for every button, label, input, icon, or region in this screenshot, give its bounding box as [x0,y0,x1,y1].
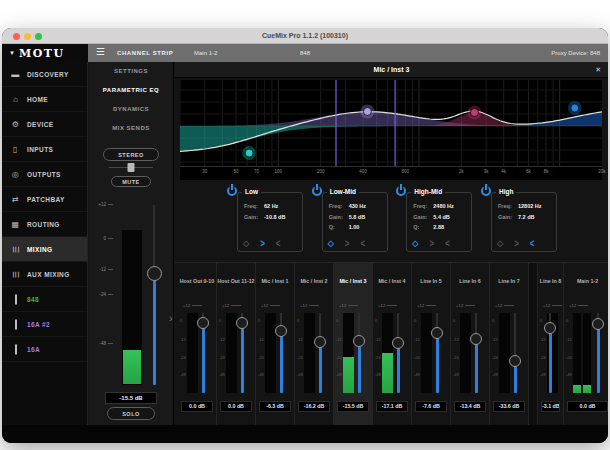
close-icon[interactable]: ✕ [595,62,601,78]
channel-mic-inst-4[interactable]: Mic / Inst 4+120-12-24-48-17.1 dB [373,263,412,425]
channel-db-value[interactable]: -13.4 dB [454,401,486,412]
fader-knob[interactable] [236,317,248,329]
channel-line-in-7[interactable]: Line In 7+120-12-24-48-33.6 dB [490,263,529,425]
eq-graph[interactable]: 3050701002004008002k3k4k6k8k20k [180,80,602,180]
channel-fader[interactable] [275,313,288,393]
channel-line-in-6[interactable]: Line In 6+120-12-24-48-13.4 dB [451,263,490,425]
channel-db-value[interactable]: 0.0 dB [567,401,608,412]
sidebar-item-routing[interactable]: ▦ROUTING [2,212,87,237]
fader-knob[interactable] [431,327,443,339]
channel-fader[interactable] [431,313,444,393]
channel-fader[interactable] [197,313,210,393]
shelf-left-icon[interactable]: < [276,239,281,249]
channel-fader[interactable] [353,313,366,393]
channel-fader[interactable] [392,313,405,393]
tab-mix-sends[interactable]: MIX SENDS [89,119,173,138]
channel-name: Line In 6 [451,278,489,284]
band-power-icon[interactable] [481,186,491,196]
channel-db-value[interactable]: 0.0 dB [181,401,213,412]
channel-db-value[interactable]: -7.6 dB [415,401,447,412]
mute-button[interactable]: MUTE [111,176,151,187]
fader-knob[interactable] [392,337,404,349]
band-power-icon[interactable] [312,186,322,196]
sidebar-device-848[interactable]: 848 [2,287,87,312]
fader-knob[interactable] [275,325,287,337]
shelf-right-icon[interactable]: > [514,239,519,249]
channel-fader[interactable] [236,313,249,393]
channel-main-1-2[interactable]: Main 1-2+120-12-24-480.0 dB [564,263,608,425]
sidebar-item-mixing[interactable]: ☰MIXING [2,237,87,262]
desktop-background: CueMix Pro 1.1.2 (100310) ▼ MOTU ☰ CHANN… [0,0,610,450]
band-power-icon[interactable] [227,186,237,196]
sidebar-item-discovery[interactable]: ▬DISCOVERY [2,62,87,87]
fader-knob[interactable] [509,355,521,367]
sidebar-device-16a[interactable]: 16A [2,337,87,362]
channel-mic-inst-3[interactable]: Mic / Inst 3+120-12-24-48-15.5 dB [334,263,373,425]
band-name: High [496,188,516,195]
shelf-left-icon[interactable]: < [360,239,365,249]
bell-shape-icon[interactable]: ◇ [412,240,418,248]
device-label: 848 [27,296,39,303]
channel-db-value[interactable]: -6.3 dB [259,401,291,412]
pan-knob[interactable] [128,163,135,172]
tab-settings[interactable]: SETTINGS [89,62,173,81]
bell-shape-icon[interactable]: ◇ [328,240,334,248]
fader-knob[interactable] [592,318,604,330]
shelf-right-icon[interactable]: > [345,239,350,249]
collapse-handle-icon[interactable]: › [169,312,173,324]
stereo-button[interactable]: STEREO [103,148,159,161]
fader-knob[interactable] [314,336,326,348]
channel-fader[interactable] [147,205,162,385]
pan-slider[interactable] [109,163,153,172]
mixing-icon: ☰ [10,245,21,254]
fader-value[interactable]: -15.5 dB [105,392,157,404]
bell-shape-icon[interactable]: ◇ [497,240,503,248]
bell-shape-icon[interactable]: ◇ [243,240,249,248]
fader-knob[interactable] [197,317,209,329]
shelf-right-icon[interactable]: > [260,239,265,249]
solo-button[interactable]: SOLO [107,407,155,420]
tab-parametric-eq[interactable]: PARAMETRIC EQ [89,81,173,100]
sidebar-item-inputs[interactable]: ▯INPUTS [2,137,87,162]
channel-line-in-8[interactable]: Line In 8+120-12-24-48-3.1 dB [538,263,564,425]
band-power-icon[interactable] [396,186,406,196]
channel-line-in-5[interactable]: Line In 5+120-12-24-48-7.6 dB [412,263,451,425]
shelf-left-icon[interactable]: < [445,239,450,249]
eq-curve[interactable] [180,80,602,166]
tab-dynamics[interactable]: DYNAMICS [89,100,173,119]
channel-db-value[interactable]: -33.6 dB [493,401,525,412]
sidebar-item-device[interactable]: ⚙DEVICE [2,112,87,137]
sidebar-item-home[interactable]: ⌂HOME [2,87,87,112]
sidebar-item-aux-mixing[interactable]: ☰AUX MIXING [2,262,87,287]
fader-knob[interactable] [544,322,556,334]
fader-knob[interactable] [470,333,482,345]
channel-db-value[interactable]: -3.1 dB [541,401,560,412]
fader-knob[interactable] [147,266,162,281]
shelf-left-icon[interactable]: < [530,239,535,249]
fader-top-label: +12 [300,303,319,308]
device-label: 16A #2 [27,321,50,328]
inputs-icon: ▯ [10,145,21,154]
channel-db-value[interactable]: -17.1 dB [376,401,408,412]
sidebar-device-16a-2[interactable]: 16A #2 [2,312,87,337]
fader-top-label: +12 [261,303,280,308]
channel-db-value[interactable]: 0.0 dB [220,401,252,412]
fader-knob[interactable] [353,335,365,347]
sidebar-item-patchbay[interactable]: ⇄PATCHBAY [2,187,87,212]
content-area: ▬DISCOVERY⌂HOME⚙DEVICE▯INPUTS◎OUTPUTS⇄PA… [2,62,608,425]
channel-fader[interactable] [509,313,522,393]
sidebar-item-outputs[interactable]: ◎OUTPUTS [2,162,87,187]
channel-fader[interactable] [544,313,557,393]
channel-fader[interactable] [592,313,605,393]
channel-db-value[interactable]: -15.5 dB [337,401,369,412]
shelf-right-icon[interactable]: > [429,239,434,249]
channel-name: Mic / Inst 1 [256,278,294,284]
channel-name: Host Out 9-10 [178,278,216,284]
channel-host-out-9-10[interactable]: Host Out 9-10+120-12-24-480.0 dB [178,263,217,425]
channel-host-out-11-12[interactable]: Host Out 11-12+120-12-24-480.0 dB [217,263,256,425]
channel-mic-inst-2[interactable]: Mic / Inst 2+120-12-24-48-16.2 dB [295,263,334,425]
channel-db-value[interactable]: -16.2 dB [298,401,330,412]
channel-fader[interactable] [470,313,483,393]
channel-fader[interactable] [314,313,327,393]
channel-mic-inst-1[interactable]: Mic / Inst 1+120-12-24-48-6.3 dB [256,263,295,425]
